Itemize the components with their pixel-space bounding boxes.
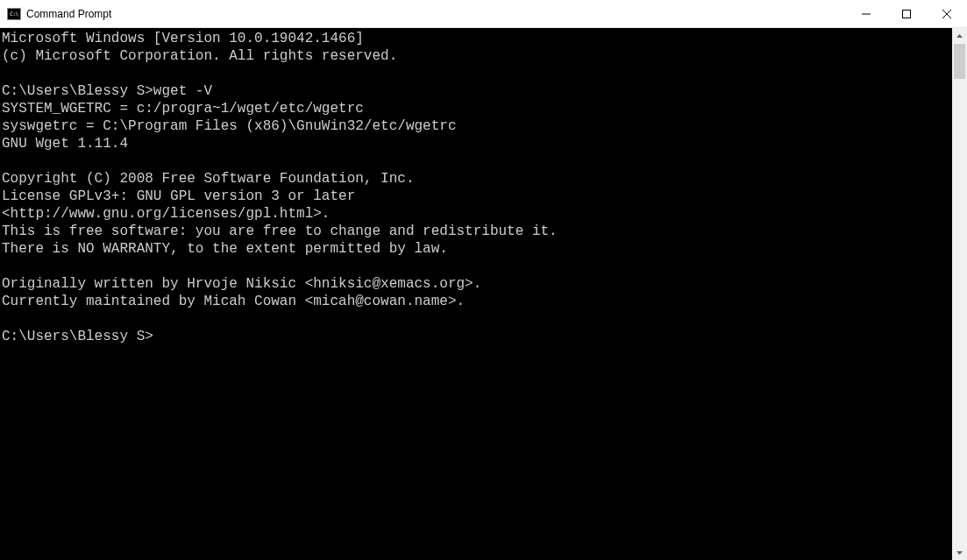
maximize-icon [902, 10, 911, 18]
terminal-line [2, 258, 952, 275]
terminal-line: Currently maintained by Micah Cowan <mic… [2, 293, 952, 310]
terminal-line: C:\Users\Blessy S>wget -V [2, 82, 952, 100]
svg-marker-4 [956, 34, 963, 38]
svg-marker-5 [956, 551, 963, 555]
vertical-scrollbar[interactable] [952, 28, 967, 560]
terminal-line: <http://www.gnu.org/licenses/gpl.html>. [2, 205, 952, 223]
close-icon [942, 10, 951, 18]
terminal-line: License GPLv3+: GNU GPL version 3 or lat… [2, 188, 952, 205]
scroll-up-arrow[interactable] [952, 28, 967, 43]
terminal-line: Copyright (C) 2008 Free Software Foundat… [2, 170, 952, 188]
chevron-up-icon [956, 34, 963, 38]
close-button[interactable] [927, 0, 967, 27]
scroll-down-arrow[interactable] [952, 545, 967, 560]
terminal-line: SYSTEM_WGETRC = c:/progra~1/wget/etc/wge… [2, 100, 952, 117]
svg-rect-1 [903, 10, 911, 18]
terminal-line: GNU Wget 1.11.4 [2, 135, 952, 152]
terminal-line: This is free software: you are free to c… [2, 223, 952, 240]
terminal-line: syswgetrc = C:\Program Files (x86)\GnuWi… [2, 117, 952, 135]
cmd-app-icon [7, 7, 21, 21]
scrollbar-thumb[interactable] [954, 44, 965, 79]
terminal-line: C:\Users\Blessy S> [2, 328, 952, 345]
window-controls [846, 0, 967, 27]
terminal-wrapper: Microsoft Windows [Version 10.0.19042.14… [0, 28, 967, 560]
chevron-down-icon [956, 551, 963, 555]
terminal-line: There is NO WARRANTY, to the extent perm… [2, 240, 952, 258]
window-title: Command Prompt [26, 8, 111, 20]
titlebar[interactable]: Command Prompt [0, 0, 967, 28]
terminal-output[interactable]: Microsoft Windows [Version 10.0.19042.14… [0, 28, 952, 560]
maximize-button[interactable] [886, 0, 927, 27]
terminal-line: (c) Microsoft Corporation. All rights re… [2, 47, 952, 65]
minimize-button[interactable] [846, 0, 886, 27]
terminal-line [2, 310, 952, 328]
terminal-line: Microsoft Windows [Version 10.0.19042.14… [2, 30, 952, 47]
minimize-icon [862, 10, 871, 18]
terminal-line: Originally written by Hrvoje Niksic <hni… [2, 275, 952, 293]
terminal-line [2, 152, 952, 170]
terminal-line [2, 65, 952, 82]
